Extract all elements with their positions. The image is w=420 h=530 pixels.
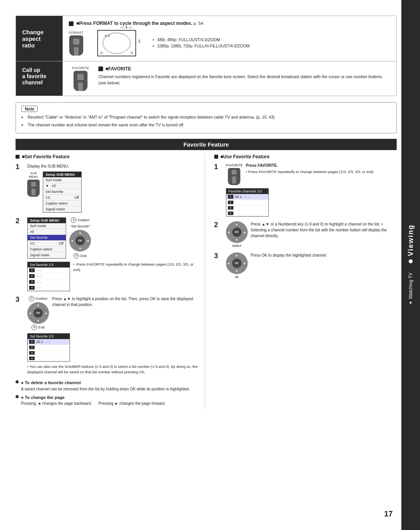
aspect-bullets: 480i, 480p: FULL/JUST/4:3/ZOOM 1080p, 10… (152, 37, 250, 49)
u2-dpad-left: ◄ (227, 230, 230, 234)
sfav-4: 4- - - (28, 285, 70, 291)
sfav2-1: 126-1 - - - (28, 339, 70, 345)
use-step3-num: 3 (214, 252, 222, 259)
delete-bullet (16, 380, 19, 383)
fch-1: 126-1 - - - (226, 194, 268, 200)
set-fav2-title: Set favorite 1/3 (28, 334, 70, 339)
step2-content: Setup SUB MENU Surf mode All Set favorit… (27, 217, 198, 291)
step2-annotation1: ① ①select (71, 217, 89, 223)
use-step1-num: 1 (214, 163, 222, 170)
format-label: FORMAT (69, 31, 83, 35)
step3-dpad: ▲ ▼ ◄ ► OK (27, 302, 49, 324)
dpad-right-icon: ► (87, 239, 90, 242)
note-title: Note (21, 106, 38, 112)
u3-dpad-left: ◄ (227, 261, 230, 265)
step1-menu-box: Setup SUB MENU Surf mode ▼ All Set favor… (43, 171, 82, 213)
format-section: FORMAT (69, 31, 83, 56)
set-fav2-list: Set favorite 1/3 126-1 - - - 2 3 (27, 333, 70, 362)
set-fav-square-icon (16, 155, 19, 159)
step2-menu-box: Setup SUB MENU Surf mode All Set favorit… (27, 217, 66, 259)
u3-dpad-right: ► (243, 261, 247, 265)
use-step2-annotation: select (232, 244, 242, 248)
sfav2-2: 2 (28, 345, 70, 350)
sub-menu-remote (27, 180, 40, 197)
change-page-bullet (16, 395, 19, 398)
format-btn (73, 38, 79, 45)
use-step1-text: Press FAVORITE. • Press FAVORITE repeate… (246, 163, 397, 175)
use-step3-dpad-area: ▲ ▼ ◄ ► OK ok (226, 252, 248, 279)
use-step1-content: FAVORITE Press FAVORITE. • Press FAVORIT… (226, 163, 397, 217)
step3-dpad-right: ► (45, 311, 48, 315)
sfav-3: 3- - - (28, 279, 70, 285)
aspect-oval: 4-3 (103, 33, 131, 54)
use-step3-dpad: ▲ ▼ ◄ ► OK (226, 252, 248, 274)
dpad-left-icon: ◄ (70, 239, 74, 242)
delete-note: ● To delete a favorite channel A saved c… (16, 380, 198, 392)
use-favorite-header: ■Use Favorite Feature (214, 154, 397, 159)
two-col-section: ■Set Favorite Feature 1 Display the SUB … (16, 154, 397, 409)
sfav2-3: 3 (28, 350, 70, 356)
step2-dpad-area: ① ①select "Set favorite" ▲ ▼ ◄ (69, 217, 91, 259)
menu-surf-mode: Surf mode (43, 177, 81, 183)
fav-channels-list: Favorite channels 1/3 126-1 - - - 2 3 (226, 188, 269, 217)
step3-dpad-area: ① ①select ▲ ▼ ◄ ► OK (27, 296, 49, 330)
change-aspect-content: ■Press FORMAT to cycle through the aspec… (63, 16, 396, 61)
change-page-note: ● To change the page Pressing ◄ changes … (16, 394, 198, 407)
use-step3-content: ▲ ▼ ◄ ► OK ok Press OK to display the hi… (226, 252, 397, 279)
dpad-ok-btn: OK (75, 236, 85, 245)
u3-dpad-up: ▲ (235, 254, 238, 257)
aspect-bullet-2: 1080p, 1080i, 720p: FULL/H-FILL/JUST/4:3… (152, 43, 250, 49)
sfav-2: 2- - - (28, 273, 70, 279)
side-tab-sub: ● Watching TV (408, 273, 413, 306)
note-item-2: The channel number and volume level rema… (21, 122, 391, 128)
delete-text: ● To delete a favorite channel A saved c… (21, 380, 190, 392)
change-aspect-ref: p. 54 (194, 21, 203, 26)
menu-title: Setup SUB MENU (43, 172, 81, 177)
aspect-dot1 (100, 52, 103, 54)
note-item-1: Reselect "Cable" or "Antenna" in "ANT in… (21, 114, 391, 121)
side-tab: Viewing ● Watching TV (401, 0, 420, 530)
set-favorite-col: ■Set Favorite Feature 1 Display the SUB … (16, 154, 205, 409)
step3-dpad-down: ▼ (37, 319, 40, 323)
format-remote-icon (69, 35, 83, 56)
step2-number: 2 (16, 217, 23, 224)
menu-cc: CCOff (43, 195, 81, 201)
use-fav-icon-area: FAVORITE (226, 163, 243, 185)
step1-content: Display the SUB MENU. SUBMENU (27, 163, 198, 213)
aspect-bullet-1: 480i, 480p: FULL/JUST/4:3/ZOOM (152, 37, 250, 43)
step1-number: 1 (16, 163, 23, 170)
aspect-row: FORMAT 4-3 — 4 (69, 30, 390, 56)
favorite-label: FAVORITE (72, 66, 89, 70)
main-content: Change aspect ratio ■Press FORMAT to cyc… (16, 16, 397, 514)
fav-channels-title: Favorite channels 1/3 (226, 189, 268, 194)
aspect-top-num: — 4 — (120, 25, 132, 30)
u2-dpad-up: ▲ (235, 222, 238, 226)
page-container: Viewing ● Watching TV Change aspect rati… (0, 0, 420, 530)
favorite-section-title: ■FAVORITE (98, 66, 390, 72)
step3-ann2: ② ②ok (32, 325, 45, 330)
use-step-3: 3 ▲ ▼ ◄ ► OK (214, 252, 397, 279)
aspect-inner-label: 4-3 (105, 34, 110, 38)
fav-square-icon (98, 66, 103, 71)
set-step-2: 2 Setup SUB MENU Surf mode All Set favor… (16, 217, 198, 291)
use-step1-visual: FAVORITE Press FAVORITE. • Press FAVORIT… (226, 163, 397, 185)
fav-channels-area: Favorite channels 1/3 126-1 - - - 2 3 (226, 188, 397, 217)
side-tab-main: Viewing (407, 224, 415, 256)
change-aspect-row: Change aspect ratio ■Press FORMAT to cyc… (16, 16, 396, 61)
call-up-label: Call up a favorite channel (16, 61, 63, 96)
s2-set-fav: Set favorite (28, 235, 66, 241)
s2-caption: Caption select (28, 247, 66, 252)
step3-fav-list-area: Set favorite 1/3 126-1 - - - 2 3 (27, 333, 198, 375)
u2-dpad-right: ► (243, 230, 247, 234)
use-step3-visual: ▲ ▼ ◄ ► OK ok Press OK to display the hi… (226, 252, 397, 279)
set-favorite-header: ■Set Favorite Feature (16, 154, 198, 159)
side-tab-bullet (409, 259, 413, 263)
use-step1-note: • Press FAVORITE repeatedly to change be… (246, 169, 397, 175)
u3-ok-btn: OK (232, 259, 242, 268)
aspect-right-num: 3 (138, 39, 140, 44)
fch-2: 2 (226, 200, 268, 205)
step1-visual: SUBMENU Setup SUB MENU Surf mode ▼ (27, 171, 198, 213)
note-section: Note Reselect "Cable" or "Antenna" in "A… (16, 102, 397, 133)
number-note: • You can also use the NUMBER buttons (1… (27, 364, 198, 375)
step1-desc: Display the SUB MENU. (27, 163, 198, 169)
